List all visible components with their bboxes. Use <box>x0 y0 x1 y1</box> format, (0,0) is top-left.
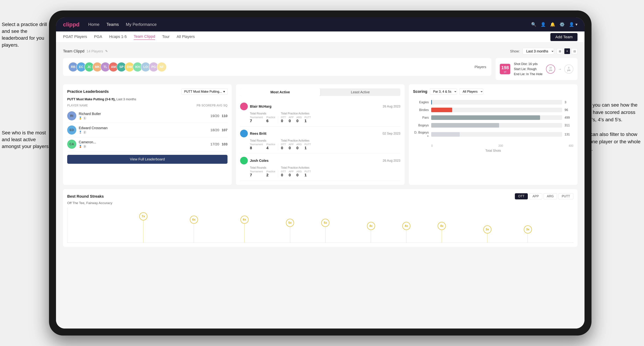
view-icons: ⊞ ≡ ⊟ <box>557 48 578 54</box>
view-full-leaderboard-button[interactable]: View Full Leaderboard <box>67 155 228 164</box>
streak-point: 6x <box>190 216 198 243</box>
profile-icon[interactable]: 👤 <box>540 22 546 27</box>
bar-track <box>431 100 562 105</box>
scoring-player-filter[interactable]: All Players <box>459 88 483 95</box>
streak-point: 5x <box>321 219 329 243</box>
yds-circles: 16 yds → 0 yds <box>546 64 573 74</box>
filter-app[interactable]: APP <box>529 193 542 199</box>
bar-value: 311 <box>564 124 573 127</box>
top-nav: clippd Home Teams My Performance 🔍 👤 🔔 ⚙… <box>56 17 584 31</box>
streaks-header: Best Round Streaks OTT APP ARG PUTT <box>67 193 573 199</box>
activity-player-avatar <box>240 130 248 137</box>
main-content: Team Clippd 14 Players ✎ Show: Last 3 mo… <box>56 43 584 329</box>
lb-player-name: Edward Crossman 🥈 2 <box>79 126 208 134</box>
scoring-card: Scoring Par 3, 4 & 5s All Players Eagles… <box>409 84 578 185</box>
players-avatars: RBECJCMKTLAMSPDWKHLOPGNF <box>68 62 469 72</box>
show-period-select[interactable]: Last 3 months Last month Last 6 months <box>522 48 554 54</box>
activity-player-date: 26 Aug 2023 <box>383 159 400 163</box>
streak-bubble: 4x <box>438 222 446 230</box>
bar-value: 131 <box>564 133 573 136</box>
streaks-subtitle: Off The Tee, Fairway Accuracy <box>67 201 573 205</box>
subnav-pgat[interactable]: PGAT Players <box>63 34 87 40</box>
activity-player-name: Blair McHarg <box>250 105 380 109</box>
subnav-hcaps[interactable]: Hcaps 1-5 <box>109 34 127 40</box>
bar-label: Birdies <box>413 108 429 112</box>
leaderboard-title: Practice Leaderboards <box>67 89 109 94</box>
streak-point: 3x <box>524 225 532 243</box>
grid-view-icon[interactable]: ⊞ <box>557 48 563 54</box>
activity-player-name: Josh Coles <box>250 159 380 163</box>
player-avatar[interactable]: NF <box>157 62 166 72</box>
arrow-right-icon: → <box>558 67 562 71</box>
nav-home[interactable]: Home <box>88 22 100 27</box>
leaderboard-row: ED Edward Crossman 🥈 2 18/20 107 <box>67 123 228 137</box>
search-icon[interactable]: 🔍 <box>531 22 536 27</box>
streak-point: 4x <box>438 222 446 243</box>
streak-point: 7x <box>139 212 147 243</box>
leaderboard-row: CA Cameron... 🥉 3 17/20 103 <box>67 137 228 151</box>
subnav-pga[interactable]: PGA <box>94 34 102 40</box>
streak-point: 5x <box>286 219 294 243</box>
leaderboard-rows: RI Richard Butler 🥇 1 19/20 110 ED Edwar… <box>67 109 228 151</box>
lb-score: 17/20 <box>210 142 219 146</box>
yds-circle-1: 16 yds <box>546 64 555 74</box>
list-view-icon[interactable]: ≡ <box>564 48 570 54</box>
streak-bubble: 6x <box>240 216 248 224</box>
leaderboard-row: RI Richard Butler 🥇 1 19/20 110 <box>67 109 228 123</box>
bar-track <box>431 132 562 137</box>
edit-icon[interactable]: ✎ <box>105 49 108 53</box>
players-row: RBECJCMKTLAMSPDWKHLOPGNF Players <box>63 58 492 76</box>
bar-label: Bogeys <box>413 124 429 127</box>
detail-view-icon[interactable]: ⊟ <box>572 48 578 54</box>
settings-icon[interactable]: ⚙️ <box>560 22 565 27</box>
notification-icon[interactable]: 🔔 <box>550 22 555 27</box>
bar-fill <box>431 115 540 120</box>
annotation-top-left: Select a practice drill and see the lead… <box>2 21 51 48</box>
nav-teams[interactable]: Teams <box>106 22 119 27</box>
streak-point: 4x <box>402 222 410 243</box>
lb-avg: 107 <box>222 128 228 132</box>
scoring-bar-row: D. Bogeys + 131 <box>413 131 573 138</box>
bar-fill <box>431 100 432 105</box>
activity-player-header: Rees Britt 02 Sep 2023 <box>240 130 400 137</box>
players-and-shot: RBECJCMKTLAMSPDWKHLOPGNF Players 198 yd … <box>63 58 578 80</box>
add-team-button[interactable]: Add Team <box>550 33 578 41</box>
activity-player-row: Blair McHarg 26 Aug 2023 Total Rounds To… <box>240 99 400 127</box>
user-menu-icon[interactable]: 👤 ▾ <box>569 22 578 27</box>
bar-label: Eagles <box>413 100 429 104</box>
bar-fill <box>431 132 460 137</box>
lb-avg: 110 <box>222 114 228 118</box>
bar-fill <box>431 108 452 112</box>
subnav-all-players[interactable]: All Players <box>176 34 195 40</box>
lb-player-avatar: RI <box>67 111 76 120</box>
scoring-bar-row: Bogeys 311 <box>413 123 573 128</box>
drill-select[interactable]: PUTT Must Make Putting... ▾ <box>182 88 228 95</box>
bar-value: 96 <box>564 108 573 112</box>
lb-player-name: Cameron... 🥉 3 <box>79 140 208 148</box>
activity-player-date: 02 Sep 2023 <box>382 132 400 135</box>
activity-player-row: Josh Coles 26 Aug 2023 Total Rounds Tour… <box>240 154 400 181</box>
tab-most-active[interactable]: Most Active <box>240 88 320 96</box>
filter-ott[interactable]: OTT <box>515 193 528 199</box>
streak-point: 6x <box>240 216 248 243</box>
scoring-par-filter[interactable]: Par 3, 4 & 5s <box>430 88 457 95</box>
streak-bubble: 5x <box>286 219 294 227</box>
activity-player-avatar <box>240 157 248 165</box>
scoring-bar-row: Birdies 96 <box>413 108 573 112</box>
nav-my-performance[interactable]: My Performance <box>126 22 156 27</box>
streak-stem <box>528 233 528 243</box>
drill-subtitle: PUTT Must Make Putting (3-6 ft), Last 3 … <box>67 98 228 101</box>
subnav-tour[interactable]: Tour <box>162 34 170 40</box>
filter-arg[interactable]: ARG <box>544 193 557 199</box>
filter-putt[interactable]: PUTT <box>558 193 573 199</box>
streak-bubble: 4x <box>402 222 410 230</box>
lb-score: 19/20 <box>210 114 219 118</box>
scoring-title: Scoring <box>413 89 427 94</box>
activity-player-name: Rees Britt <box>250 132 380 136</box>
practice-leaderboards-card: Practice Leaderboards PUTT Must Make Put… <box>63 84 232 185</box>
tab-least-active[interactable]: Least Active <box>320 88 400 96</box>
activity-player-avatar <box>240 103 248 110</box>
scoring-bar-chart: Eagles 3 Birdies 96 Pars 499 Bogeys 311 <box>413 98 573 143</box>
streak-bubble: 3x <box>483 225 492 233</box>
subnav-team-clippd[interactable]: Team Clippd <box>134 34 155 40</box>
